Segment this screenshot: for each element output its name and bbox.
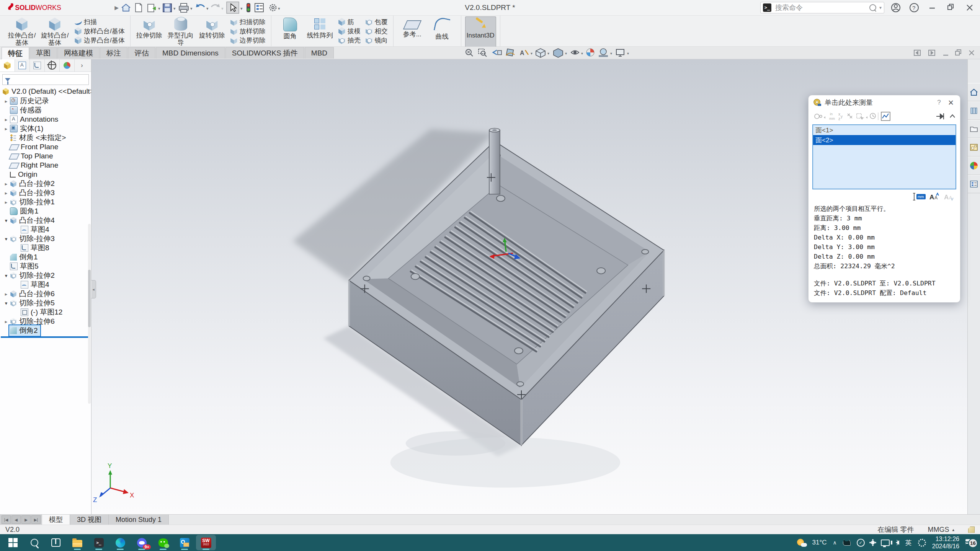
resources-home-icon[interactable] bbox=[968, 83, 980, 101]
titlebar-controls[interactable]: ? bbox=[888, 1, 976, 14]
ribbon-small-button[interactable]: 相交 bbox=[364, 26, 389, 36]
ribbon-small-button[interactable]: 放样切除 bbox=[229, 26, 267, 36]
tree-item[interactable]: 实体(1) bbox=[0, 124, 91, 133]
study-tab[interactable]: 3D 视图 bbox=[70, 515, 109, 525]
doc-restore-icon[interactable] bbox=[956, 50, 961, 55]
wechat-button[interactable] bbox=[153, 535, 173, 550]
task-view-button[interactable] bbox=[46, 535, 66, 550]
help-icon[interactable]: ? bbox=[910, 3, 918, 12]
ribbon-button[interactable]: 参考... ▾ bbox=[397, 16, 427, 50]
rollback-bar[interactable] bbox=[1, 336, 90, 338]
taskbar-search-button[interactable] bbox=[24, 535, 44, 550]
tree-item[interactable]: Right Plane bbox=[0, 161, 91, 170]
ribbon-tab[interactable]: MBD Dimensions bbox=[156, 47, 225, 59]
tree-item[interactable]: 材质 <未指定> bbox=[0, 133, 91, 142]
tree-item[interactable]: 倒角1 bbox=[0, 253, 91, 262]
configurationmanager-tab[interactable] bbox=[30, 59, 45, 72]
measure-footer-tools[interactable]: mm AA AA bbox=[808, 191, 960, 202]
units-icon[interactable]: mm bbox=[913, 193, 926, 200]
selection-item[interactable]: 面<1> bbox=[813, 125, 956, 135]
tree-item[interactable]: 凸台-拉伸4 bbox=[0, 216, 91, 225]
undo-icon[interactable] bbox=[196, 4, 204, 7]
tree-item[interactable]: Front Plane bbox=[0, 142, 91, 152]
help-icon[interactable]: ? bbox=[935, 99, 943, 106]
file-properties-icon[interactable] bbox=[255, 3, 263, 12]
ribbon-small-button[interactable]: 扫描 bbox=[73, 17, 126, 26]
design-library-icon[interactable] bbox=[968, 101, 980, 120]
tree-item[interactable]: 凸台-拉伸2 bbox=[0, 179, 91, 188]
ribbon-tab[interactable]: 标注 bbox=[100, 47, 127, 59]
tree-item[interactable]: 草图4 bbox=[0, 280, 91, 289]
hide-show-items-icon[interactable] bbox=[571, 51, 579, 54]
expand-arrow-icon[interactable] bbox=[3, 190, 9, 196]
user-account-icon[interactable] bbox=[892, 3, 900, 12]
measure-selection-list[interactable]: 面<1> 面<2> bbox=[812, 124, 956, 189]
pin-icon[interactable] bbox=[936, 112, 946, 121]
tree-item[interactable]: Top Plane bbox=[0, 152, 91, 161]
expand-arrow-icon[interactable] bbox=[3, 273, 9, 279]
custom-properties-icon[interactable] bbox=[968, 175, 980, 193]
weather-icon[interactable] bbox=[797, 538, 806, 547]
ribbon-small-button[interactable]: 抽壳 bbox=[336, 36, 362, 45]
restore-button[interactable] bbox=[948, 4, 953, 10]
ribbon-button[interactable]: 异型孔向导 ▾ bbox=[164, 16, 197, 50]
ribbon-small-button[interactable]: 放样凸台/基体 bbox=[73, 26, 126, 36]
discord-button[interactable]: 9+ bbox=[132, 535, 152, 550]
display-style-icon[interactable] bbox=[554, 49, 563, 57]
tree-item[interactable]: 圆角1 bbox=[0, 207, 91, 216]
options-gear-icon[interactable] bbox=[270, 5, 276, 11]
collapse-chevron-icon[interactable] bbox=[949, 112, 956, 120]
measure-dialog[interactable]: 单击此处来测量 ? ✕ inmm xyz bbox=[808, 95, 960, 303]
heads-up-view-toolbar[interactable]: A ▾ ▾ ▾ ▾ ▾ ▾ bbox=[463, 47, 632, 59]
view-orientation-icon[interactable] bbox=[536, 49, 545, 57]
tree-scrollbar[interactable] bbox=[88, 224, 91, 404]
ribbon-button[interactable]: 旋转凸台/基体 ▾ bbox=[38, 16, 71, 50]
menu-expand-icon[interactable]: ▶ bbox=[114, 5, 119, 11]
solidworks-taskbar-button[interactable]: SW2022 bbox=[196, 535, 216, 550]
tree-item[interactable]: 切除-拉伸5 bbox=[0, 298, 91, 308]
panel-splitter-handle[interactable]: ◂ bbox=[91, 280, 96, 298]
expand-arrow-icon[interactable] bbox=[3, 218, 9, 223]
outlook-button[interactable] bbox=[175, 535, 194, 550]
tab-nav-buttons[interactable]: |◀ ◀ ▶ ▶| bbox=[0, 515, 42, 525]
tree-item[interactable]: 草图8 bbox=[0, 243, 91, 253]
clock[interactable]: 13:12:26 2024/8/16 bbox=[932, 535, 959, 550]
appearances-icon[interactable] bbox=[968, 156, 980, 175]
terminal-button[interactable]: >_ bbox=[89, 535, 109, 550]
tree-item[interactable]: 传感器 bbox=[0, 106, 91, 115]
ribbon-tab[interactable]: 特征 bbox=[2, 47, 29, 59]
increase-font-icon[interactable]: AA bbox=[929, 193, 939, 201]
start-button[interactable] bbox=[3, 535, 23, 550]
notification-center-button[interactable]: 16 bbox=[965, 539, 975, 546]
quick-access-toolbar[interactable]: ▾ ▾ ▾ ▾ ▾ ▾ ▾ bbox=[119, 1, 299, 15]
settings-gear-icon[interactable] bbox=[918, 539, 926, 547]
edit-appearance-icon[interactable] bbox=[586, 49, 594, 56]
tree-root[interactable]: V2.0 (Default) <<Default>_Di bbox=[0, 86, 91, 96]
search-dropdown-icon[interactable]: ▾ bbox=[879, 5, 882, 10]
view-settings-icon[interactable] bbox=[616, 49, 624, 56]
doc-close-icon[interactable] bbox=[969, 51, 974, 55]
close-button[interactable] bbox=[967, 5, 972, 10]
ribbon-button[interactable]: 拉伸凸台/基体 ▾ bbox=[5, 16, 38, 50]
ribbon-small-button[interactable]: 筋 bbox=[336, 17, 362, 26]
ime-indicator[interactable]: 英 bbox=[905, 538, 912, 547]
displaymanager-tab[interactable] bbox=[60, 59, 75, 72]
rebuild-icon[interactable] bbox=[247, 3, 250, 12]
previous-view-icon[interactable] bbox=[493, 50, 501, 55]
tray-app-icon[interactable] bbox=[843, 540, 851, 546]
new-file-icon[interactable] bbox=[136, 3, 142, 12]
featuremanager-tab[interactable] bbox=[0, 59, 15, 72]
expand-arrow-icon[interactable] bbox=[3, 98, 9, 104]
ribbon-button[interactable]: 圆角 ▾ bbox=[275, 16, 305, 50]
units-selector[interactable]: MMGS▴ bbox=[928, 526, 954, 534]
expand-arrow-icon[interactable] bbox=[3, 236, 9, 242]
close-icon[interactable]: ✕ bbox=[946, 98, 956, 107]
save-icon[interactable] bbox=[163, 4, 172, 12]
tree-item[interactable]: Origin bbox=[0, 170, 91, 179]
last-tab-icon[interactable]: ▶| bbox=[31, 515, 41, 524]
ribbon-tab[interactable]: 网格建模 bbox=[57, 47, 100, 59]
file-explorer-icon[interactable] bbox=[968, 120, 980, 138]
pane-right-icon[interactable] bbox=[929, 50, 935, 55]
ribbon-tab[interactable]: 草图 bbox=[29, 47, 57, 59]
panel-overflow-icon[interactable]: › bbox=[75, 59, 89, 72]
